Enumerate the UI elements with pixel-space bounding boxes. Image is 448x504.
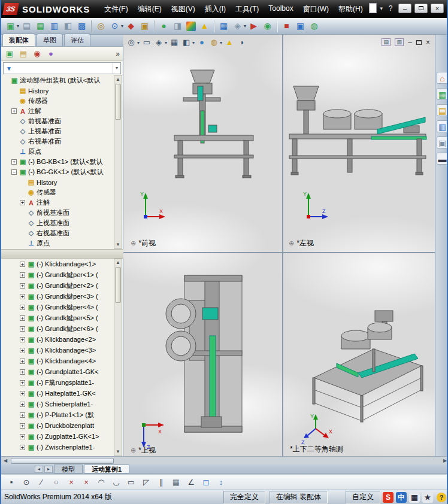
expand-icon[interactable]: + xyxy=(20,200,25,205)
tab-model[interactable]: 模型 xyxy=(54,464,83,473)
ellipse-tool-icon[interactable]: ○ xyxy=(51,477,62,488)
tab-motion-study[interactable]: 运动算例1 xyxy=(84,464,129,473)
chevron-right-icon[interactable]: » xyxy=(116,50,120,58)
tree-item[interactable]: +▣(-) Zwischenplatte1- xyxy=(1,442,114,453)
expand-icon[interactable]: + xyxy=(20,348,25,353)
tree-root[interactable]: ▣滚动部件组装机 (默认<默认 xyxy=(1,75,114,86)
tree-item[interactable]: +▣(-) Zugplatte1-GK<1> xyxy=(1,431,114,442)
toolbar-icon-stop[interactable]: ■ xyxy=(280,20,293,32)
point-tool-icon[interactable]: ▪ xyxy=(6,477,17,488)
menu-view[interactable]: 视图(V) xyxy=(167,2,200,17)
toolbar-icon-options[interactable]: ▣ xyxy=(294,20,307,32)
menu-help[interactable]: 帮助(H) xyxy=(334,2,368,17)
toolbar-icon-interference[interactable]: ● xyxy=(158,20,170,32)
expand-icon[interactable]: + xyxy=(11,108,17,114)
scroll-up-icon[interactable]: ▲ xyxy=(114,259,122,266)
minimize-button[interactable]: – xyxy=(398,4,411,13)
viewport-button-b[interactable]: ▥ xyxy=(395,38,404,46)
toolbar-icon-assembly-features[interactable]: ◎ xyxy=(95,20,107,32)
expand-icon[interactable]: + xyxy=(20,369,25,375)
tree-item[interactable]: +▣(-) Grundk鰎per<6> ( xyxy=(1,323,114,334)
zoom-area-icon[interactable]: ▭ xyxy=(141,37,152,48)
tree-item[interactable]: ⊥原点 xyxy=(1,147,114,157)
ime-settings-icon[interactable]: ★ xyxy=(422,492,433,503)
property-manager-icon[interactable]: ▤ xyxy=(18,48,29,59)
filter-input[interactable] xyxy=(14,63,113,74)
arc-tool-icon[interactable]: ◠ xyxy=(96,477,107,488)
toolbar-icon-smart-fasteners[interactable]: ▥ xyxy=(48,20,60,32)
tree-item[interactable]: +▣(-) Klickbandage<1> xyxy=(1,259,114,269)
expand-icon[interactable]: + xyxy=(20,262,25,267)
expand-icon[interactable]: + xyxy=(20,445,25,450)
hide-show-items-icon[interactable]: ● xyxy=(196,37,207,48)
expand-icon[interactable]: + xyxy=(20,305,25,310)
tree-item[interactable]: +▣(-) Grundk鰎per<5> ( xyxy=(1,312,114,323)
filter-funnel-icon[interactable]: ▼ xyxy=(4,65,14,72)
toolbar-icon-show-hidden[interactable]: ▩ xyxy=(75,20,88,32)
tree-item[interactable]: +▣(-) F黨rungsplatte1- xyxy=(1,377,114,388)
expand-icon[interactable]: + xyxy=(20,337,25,342)
display-manager-icon[interactable]: ● xyxy=(46,48,56,59)
tree-item[interactable]: +▣(-) Halteplatte1-GK< xyxy=(1,388,114,399)
graphics-area[interactable]: ◎ ▾ ▭ ◈ ▾ ▦ ◧ ▾ ● ◍ ▾ ▲ ◑ ▤ ▥ – × xyxy=(123,35,435,456)
chevron-down-icon[interactable]: ▾ xyxy=(121,23,123,29)
toolbar-icon-play[interactable]: ▶ xyxy=(247,20,260,32)
section-view-icon[interactable]: ◈ xyxy=(153,37,164,48)
expand-icon[interactable]: + xyxy=(20,434,25,439)
scroll-right-icon[interactable]: ▶ xyxy=(441,457,448,464)
toolbar-icon-exploded-view[interactable]: ▣ xyxy=(138,20,151,32)
viewport-horizontal-splitter[interactable] xyxy=(123,252,435,253)
chevron-down-icon[interactable]: ▾ xyxy=(17,23,19,29)
toolbar-icon-clearance[interactable]: ◨ xyxy=(171,20,184,32)
view-orientation-icon[interactable]: ▦ xyxy=(169,37,180,48)
viewport-minimize-button[interactable]: – xyxy=(408,39,412,46)
tab-sketch[interactable]: 草图 xyxy=(37,34,63,46)
appearances-icon[interactable]: ▣ xyxy=(437,136,448,148)
restore-button[interactable] xyxy=(414,4,428,13)
tree-item[interactable]: ◉传感器 xyxy=(1,187,114,198)
tree-item[interactable]: ▤History xyxy=(1,177,114,187)
tree-item[interactable]: +A注解 xyxy=(1,106,114,116)
toolbar-icon-warning[interactable]: ▲ xyxy=(198,20,211,32)
parallel-relation-icon[interactable]: ∥ xyxy=(156,477,167,488)
expand-icon[interactable]: + xyxy=(20,294,25,299)
home-icon[interactable]: ⌂ xyxy=(437,72,448,84)
horizontal-scrollbar[interactable]: ◀ ▶ xyxy=(1,456,448,464)
tree-item[interactable]: +▣(-) Klickbandage<3> xyxy=(1,345,114,356)
chevron-down-icon[interactable]: ▾ xyxy=(244,23,246,29)
tab-assembly[interactable]: 装配体 xyxy=(2,34,35,46)
toolbar-icon-component-pattern[interactable]: ▦ xyxy=(34,20,47,32)
scroll-up-icon[interactable]: ▲ xyxy=(114,76,122,83)
viewport-button-a[interactable]: ▤ xyxy=(382,38,391,46)
scroll-thumb[interactable] xyxy=(115,84,121,120)
tree-item[interactable]: −▣(-) BG-GK<1> (默认<默认 xyxy=(1,167,114,177)
tree-item[interactable]: ◇右视基准面 xyxy=(1,228,114,238)
design-library-icon[interactable]: ▦ xyxy=(437,88,448,100)
expand-icon[interactable]: + xyxy=(20,326,25,332)
tree-item[interactable]: +▣(-) Klickbandage<4> xyxy=(1,356,114,366)
reorder-icon[interactable]: ↕ xyxy=(216,477,226,488)
tree-item[interactable]: +▣(-) Klickbandage<2> xyxy=(1,334,114,345)
view-palette-icon[interactable]: ▥ xyxy=(437,120,448,132)
toolbar-icon-simulation[interactable]: ▦ xyxy=(217,20,230,32)
isolate-icon[interactable]: ◻ xyxy=(201,477,211,488)
tree-scrollbar-lower[interactable]: ▲ ▼ xyxy=(114,259,122,456)
ime-chinese-icon[interactable]: 中 xyxy=(396,492,407,503)
tree-item[interactable]: ◇前视基准面 xyxy=(1,208,114,218)
chevron-down-icon[interactable]: ▾ xyxy=(220,40,222,45)
tree-item[interactable]: +▣(-) P-Platte1<1> (默 xyxy=(1,409,114,420)
expand-icon[interactable]: + xyxy=(11,159,17,165)
menu-file[interactable]: 文件(F) xyxy=(99,2,132,17)
zoom-fit-icon[interactable]: ◎ xyxy=(126,37,137,48)
toolbar-icon-move-component[interactable]: ◧ xyxy=(62,20,74,32)
tab-evaluate[interactable]: 评估 xyxy=(64,34,90,46)
scroll-down-icon[interactable]: ▼ xyxy=(114,241,122,248)
tree-pane-splitter[interactable] xyxy=(1,249,123,259)
line-tool-icon[interactable]: ∕ xyxy=(36,477,47,488)
tree-item[interactable]: +▣(-) Grundk鰎per<4> ( xyxy=(1,302,114,312)
expand-icon[interactable]: + xyxy=(20,391,25,396)
expand-icon[interactable]: + xyxy=(20,423,25,429)
close-button[interactable]: × xyxy=(431,4,444,13)
toolbar-icon-reference-geometry[interactable]: ⊙ xyxy=(108,20,121,32)
tab-nav-right-icon[interactable]: ▸ xyxy=(44,466,53,473)
